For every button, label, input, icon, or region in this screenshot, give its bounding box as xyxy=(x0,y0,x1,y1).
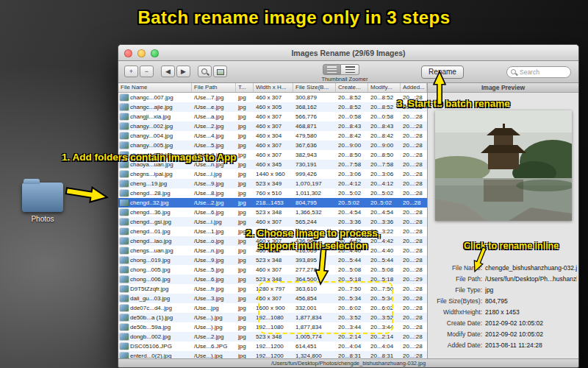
table-row[interactable]: chengd...gsi.jpg/Use...i.jpgjpg460 x 307… xyxy=(118,217,427,227)
cell-file-type: jpg xyxy=(236,208,254,217)
cell-modify-date: 20...8:52 xyxy=(368,93,401,102)
file-thumbnail-icon xyxy=(120,199,129,206)
cell-added-date: 20...:28 xyxy=(401,112,427,121)
cell-modify-date: 20...3:44 xyxy=(368,322,401,332)
cell-added-date: 20...:28 xyxy=(401,150,427,160)
preview-field-value: 804,795 xyxy=(485,297,577,305)
table-row[interactable]: chong...019.jpg/Use...9.jpgjpg523 x 3483… xyxy=(118,255,427,265)
cell-create-date: 20...5:44 xyxy=(336,255,368,265)
column-header-create-date[interactable]: Create... xyxy=(336,83,368,92)
next-button[interactable]: ▶ xyxy=(176,66,190,77)
file-thumbnail-icon xyxy=(120,219,129,225)
cell-added-date: 20...:28 xyxy=(401,322,427,332)
close-button[interactable] xyxy=(124,49,132,57)
remove-button[interactable]: − xyxy=(140,66,154,77)
preview-body: File Name:chengde_bishushanzhuang-032.jp… xyxy=(428,93,578,358)
table-row[interactable]: de50b...a (1).jpg/Use...).jpgjpg192...10… xyxy=(118,313,427,322)
list-view-button[interactable] xyxy=(323,64,341,75)
cell-modify-date: 20...8:31 xyxy=(368,351,401,358)
table-row[interactable]: chengd...36.jpg/Use...6.jpgjpg523 x 3481… xyxy=(118,208,427,217)
cell-file-path: /Use...6.jpg xyxy=(192,275,236,284)
cell-file-type: jpg xyxy=(236,342,254,351)
table-row[interactable]: dongb...002.jpg/Use...2.jpgjpg523 x 3481… xyxy=(118,332,427,342)
cell-file-path: /Use...).jpg xyxy=(192,322,236,332)
column-header-file-size[interactable]: File Size(B... xyxy=(293,83,336,92)
cell-file-path: /Use...9.jpg xyxy=(192,179,236,188)
photos-folder-icon[interactable] xyxy=(22,183,63,212)
cell-file-name: chengs...uan.jpg xyxy=(118,246,192,255)
column-header-dimensions[interactable]: Width x H... xyxy=(254,83,293,92)
cell-create-date: 20...8:31 xyxy=(336,351,368,358)
file-thumbnail-icon xyxy=(120,171,129,177)
cell-file-name: chengd...iao.jpg xyxy=(118,236,192,246)
cell-dimensions: 1600 x 900 xyxy=(254,303,293,313)
table-row[interactable]: changy...005.jpg/Use...5.jpgjpg460 x 307… xyxy=(118,141,427,150)
cell-file-type: jpg xyxy=(236,217,254,227)
cell-added-date: 20...:28 xyxy=(401,351,427,358)
previous-button[interactable]: ◀ xyxy=(161,66,175,77)
cell-added-date: 20...:28 xyxy=(401,294,427,303)
magnifier-button[interactable] xyxy=(198,66,212,77)
cell-added-date: 20...:28 xyxy=(401,313,427,322)
table-row[interactable]: chengd...28.jpg/Use...8.jpgjpg760 x 5101… xyxy=(118,188,427,198)
table-row[interactable]: changy...002.jpg/Use...2.jpgjpg460 x 307… xyxy=(118,121,427,131)
cell-dimensions: 218...1453 xyxy=(254,198,293,208)
minimize-button[interactable] xyxy=(137,49,146,57)
annotation-step2-line2: support multi-selection xyxy=(226,239,400,252)
cell-create-date: 20...3:44 xyxy=(336,322,368,332)
cell-file-size: 456,854 xyxy=(293,294,336,303)
detail-view-button[interactable] xyxy=(341,64,359,75)
cell-create-date: 20...4:04 xyxy=(336,342,368,351)
cell-file-size: 999,426 xyxy=(293,169,336,179)
cell-added-date: 20...:28 xyxy=(401,303,427,313)
preview-field: File Path:/Users/fun/Desktop/Ph...hushan… xyxy=(431,273,577,284)
column-header-file-type[interactable]: T... xyxy=(236,83,254,92)
table-row[interactable]: cheng...19.jpg/Use...9.jpgjpg523 x 3491,… xyxy=(118,179,427,188)
preview-field-label: File Type: xyxy=(431,286,485,294)
table-row[interactable]: changy...004.jpg/Use...4.jpgjpg460 x 304… xyxy=(118,131,427,141)
cell-modify-date: 20...8:50 xyxy=(368,150,401,160)
table-row[interactable]: dde07c...d4..jpg/Use...jpgjpg1600 x 9003… xyxy=(118,303,427,313)
title-bar[interactable]: Images Rename (29/69 Images) xyxy=(118,45,578,61)
table-row[interactable]: chengd..32.jpg/Use...2.jpgjpg218...14538… xyxy=(118,198,427,208)
cell-dimensions: 523 x 348 xyxy=(254,255,293,265)
table-row[interactable]: chong...006.jpg/Use...6.jpgjpg523 x 3483… xyxy=(118,275,427,284)
cell-file-type: jpg xyxy=(236,332,254,342)
cell-file-size: 300,879 xyxy=(293,93,336,102)
cell-dimensions: 460 x 345 xyxy=(254,160,293,169)
cell-file-name: enterd...0(2).jpg xyxy=(118,351,192,358)
cell-file-type: jpg xyxy=(236,294,254,303)
table-row[interactable]: changji...xia.jpg/Use...a.jpgjpg460 x 30… xyxy=(118,112,427,121)
search-input[interactable] xyxy=(520,68,567,76)
table-row[interactable]: DSC05106.JPG/Use...6.JPGjpg192...1200614… xyxy=(118,342,427,351)
cell-added-date: 20...:28 xyxy=(401,246,427,255)
table-row[interactable]: chegns...ipai.jpg/Use...i.jpgjpg1440 x 9… xyxy=(118,169,427,179)
column-header-added-date[interactable]: Added... xyxy=(401,83,427,92)
file-thumbnail-icon xyxy=(120,343,129,350)
window-title: Images Rename (29/69 Images) xyxy=(291,49,405,57)
preview-field-value: 2180 x 1453 xyxy=(485,308,577,316)
table-row[interactable]: changc...ajie.jpg/Use...e.jpgjpg460 x 30… xyxy=(118,102,427,112)
table-row[interactable]: changc...007.jpg/Use...7.jpgjpg460 x 307… xyxy=(118,93,427,102)
preview-field-value[interactable]: chengde_bishushanzhuang-032.jpg xyxy=(485,264,577,272)
file-thumbnail-icon xyxy=(120,238,129,244)
table-row[interactable]: chong...005.jpg/Use...5.jpgjpg460 x 3072… xyxy=(118,265,427,275)
annotation-step3: 3. Start to batch rename xyxy=(397,98,510,109)
cell-dimensions: 192...1080 xyxy=(254,322,293,332)
zoom-window-button[interactable] xyxy=(151,49,159,57)
table-row[interactable]: enterd...0(2).jpg/Use...).jpgjpg192...12… xyxy=(118,351,427,358)
table-row[interactable]: dali_gu...03.jpg/Use...3.jpgjpg460 x 307… xyxy=(118,294,427,303)
table-row[interactable]: de50b...59a.jpg/Use...).jpgjpg192...1080… xyxy=(118,322,427,332)
search-field[interactable] xyxy=(506,66,571,78)
cell-modify-date: 20...6:02 xyxy=(368,303,401,313)
column-header-file-path[interactable]: File Path xyxy=(192,83,236,92)
window-controls xyxy=(124,49,159,57)
column-header-modify-date[interactable]: Modify... xyxy=(368,83,401,92)
column-header-file-name[interactable]: File Name xyxy=(118,83,192,92)
add-folder-button[interactable]: + xyxy=(124,66,138,77)
preview-toggle-button[interactable] xyxy=(213,66,227,77)
cell-dimensions: 192...1200 xyxy=(254,351,293,358)
step1-arrow-icon xyxy=(65,182,111,206)
cell-file-size: 367,636 xyxy=(293,141,336,150)
table-row[interactable]: D9T5tZzqfr.jpg/Use...fr.jpgjpg1280 x 797… xyxy=(118,284,427,294)
